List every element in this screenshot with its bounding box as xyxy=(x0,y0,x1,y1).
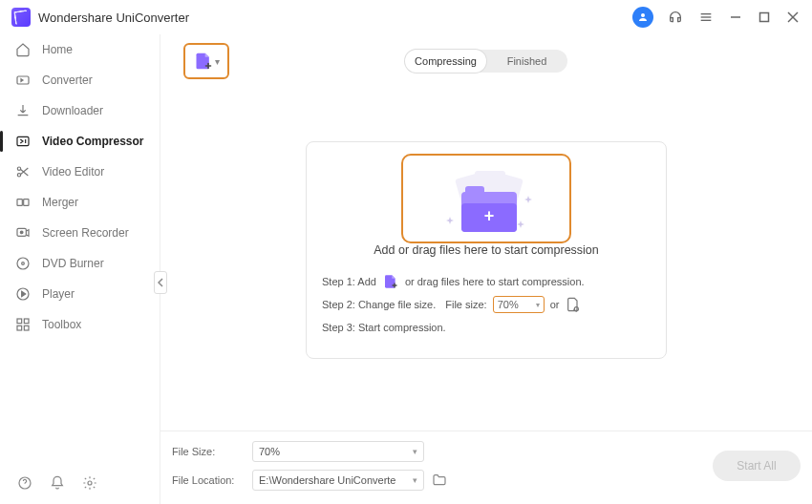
minimize-button[interactable] xyxy=(728,10,743,25)
status-tabs: Compressing Finished xyxy=(405,50,567,73)
drop-target[interactable]: + Add or drag files here to start compre… xyxy=(322,158,651,257)
recorder-icon xyxy=(15,225,31,241)
svg-rect-22 xyxy=(24,326,29,330)
step3-text: Step 3: Start compression. xyxy=(322,322,446,333)
file-gear-icon xyxy=(566,297,581,312)
notifications-button[interactable] xyxy=(50,475,65,491)
step2-or: or xyxy=(550,299,560,310)
compress-icon xyxy=(15,134,31,149)
bottom-bar: File Size: 70% ▾ Start All File Location… xyxy=(160,430,812,504)
browse-folder-button[interactable] xyxy=(432,472,447,488)
step1-suffix: or drag files here to start compression. xyxy=(405,276,585,287)
sidebar-item-downloader[interactable]: Downloader xyxy=(0,95,160,126)
inline-file-size-value: 70% xyxy=(498,299,519,310)
chevron-down-icon: ▾ xyxy=(413,475,417,485)
sidebar-item-label: Merger xyxy=(42,196,78,209)
drop-panel: + Add or drag files here to start compre… xyxy=(306,141,667,359)
steps-panel: Step 1: Add or drag files here to start … xyxy=(322,270,651,339)
svg-point-15 xyxy=(20,231,23,234)
sidebar-item-toolbox[interactable]: Toolbox xyxy=(0,309,160,340)
step1-prefix: Step 1: Add xyxy=(322,276,376,287)
file-size-value: 70% xyxy=(259,446,280,457)
converter-icon xyxy=(15,73,31,88)
svg-point-17 xyxy=(22,262,25,265)
svg-rect-13 xyxy=(24,200,29,206)
sidebar-item-label: Video Editor xyxy=(42,165,104,178)
inline-file-size-select[interactable]: 70% ▾ xyxy=(493,296,545,313)
svg-rect-12 xyxy=(17,200,22,206)
titlebar: Wondershare UniConverter xyxy=(0,0,812,34)
svg-rect-19 xyxy=(17,319,22,324)
menu-button[interactable] xyxy=(697,9,715,26)
step-3: Step 3: Start compression. xyxy=(322,316,651,339)
sidebar-item-video-compressor[interactable]: Video Compressor xyxy=(0,126,160,157)
sidebar-item-player[interactable]: Player xyxy=(0,279,160,309)
step2-label: File size: xyxy=(445,299,486,310)
sidebar-item-screen-recorder[interactable]: Screen Recorder xyxy=(0,218,160,248)
download-icon xyxy=(15,103,31,118)
svg-rect-20 xyxy=(24,319,29,324)
svg-rect-28 xyxy=(394,283,395,287)
start-all-label: Start All xyxy=(737,459,776,472)
help-icon xyxy=(17,475,32,491)
highlight-frame xyxy=(401,154,571,243)
svg-point-16 xyxy=(17,258,29,269)
folder-icon xyxy=(432,472,447,488)
step-2: Step 2: Change file size. File size: 70%… xyxy=(322,293,651,316)
sidebar-item-home[interactable]: Home xyxy=(0,34,160,65)
step2-prefix: Step 2: Change file size. xyxy=(322,299,436,310)
gear-icon xyxy=(82,475,97,491)
hamburger-icon xyxy=(698,10,714,25)
tab-compressing[interactable]: Compressing xyxy=(405,50,486,73)
svg-point-24 xyxy=(88,481,92,485)
add-file-icon-inline xyxy=(382,273,399,290)
sidebar-item-merger[interactable]: Merger xyxy=(0,187,160,218)
sidebar-item-label: Downloader xyxy=(42,104,103,117)
sidebar-item-label: Video Compressor xyxy=(42,135,143,148)
close-icon xyxy=(787,11,799,23)
file-location-label: File Location: xyxy=(172,474,245,486)
sidebar-item-label: DVD Burner xyxy=(42,257,104,270)
support-button[interactable] xyxy=(667,9,684,26)
chevron-down-icon: ▾ xyxy=(536,301,540,309)
sidebar-item-label: Converter xyxy=(42,74,93,87)
settings-button[interactable] xyxy=(82,475,97,491)
sidebar-item-converter[interactable]: Converter xyxy=(0,65,160,95)
sidebar-item-video-editor[interactable]: Video Editor xyxy=(0,157,160,187)
account-avatar[interactable] xyxy=(632,7,653,28)
grid-icon xyxy=(15,317,31,332)
svg-point-0 xyxy=(641,13,645,17)
sidebar-item-label: Screen Recorder xyxy=(42,226,129,240)
file-location-value: E:\Wondershare UniConverte xyxy=(259,474,395,486)
sidebar-item-dvd-burner[interactable]: DVD Burner xyxy=(0,248,160,279)
headset-icon xyxy=(668,10,683,25)
sidebar-item-label: Toolbox xyxy=(42,318,81,331)
add-files-button[interactable]: ▾ xyxy=(183,43,229,79)
app-title: Wondershare UniConverter xyxy=(38,10,189,25)
home-icon xyxy=(15,42,31,57)
drop-text: Add or drag files here to start compress… xyxy=(374,243,599,257)
app-logo xyxy=(11,8,31,27)
maximize-icon xyxy=(759,11,770,23)
file-size-label: File Size: xyxy=(172,446,245,457)
active-indicator xyxy=(0,131,3,152)
file-size-select[interactable]: 70% ▾ xyxy=(252,441,424,462)
play-icon xyxy=(15,286,31,302)
merger-icon xyxy=(15,195,31,210)
help-button[interactable] xyxy=(17,475,32,491)
svg-rect-26 xyxy=(207,63,209,70)
minimize-icon xyxy=(730,11,741,23)
scissors-icon xyxy=(15,164,31,179)
sidebar-item-label: Player xyxy=(42,287,75,301)
file-location-select[interactable]: E:\Wondershare UniConverte ▾ xyxy=(252,470,424,491)
bell-icon xyxy=(50,475,65,491)
close-button[interactable] xyxy=(785,10,801,25)
sidebar: Home Converter Downloader Video Compress… xyxy=(0,34,160,504)
tab-finished[interactable]: Finished xyxy=(486,50,567,73)
chevron-down-icon: ▾ xyxy=(215,56,220,67)
maximize-button[interactable] xyxy=(757,10,772,25)
start-all-button[interactable]: Start All xyxy=(713,451,801,481)
add-file-icon xyxy=(194,52,213,71)
chevron-down-icon: ▾ xyxy=(413,447,417,456)
file-settings-button[interactable] xyxy=(565,296,582,313)
